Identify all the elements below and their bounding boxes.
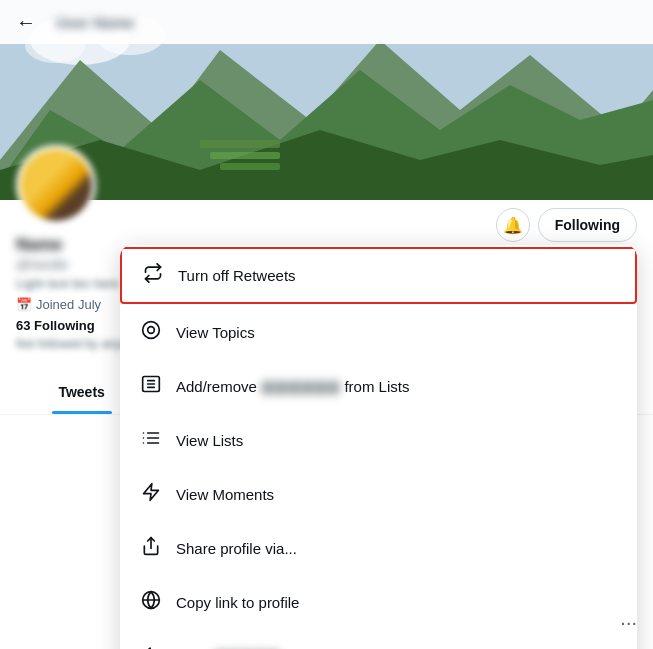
menu-item-label: Add/remove @@@@@@ from Lists [176, 378, 409, 395]
copy-link-icon [140, 590, 162, 615]
avatar-image [20, 149, 92, 221]
svg-marker-22 [144, 484, 159, 501]
header: ← User Name [0, 0, 653, 44]
back-button[interactable]: ← [16, 11, 36, 34]
svg-rect-7 [200, 140, 280, 148]
svg-rect-8 [210, 152, 280, 159]
menu-item-view-lists[interactable]: View Lists [120, 414, 637, 468]
menu-item-label: Copy link to profile [176, 594, 299, 611]
mute-icon [140, 644, 162, 649]
menu-item-label: Share profile via... [176, 540, 297, 557]
bell-icon: 🔔 [503, 216, 523, 235]
following-button[interactable]: Following [538, 208, 637, 242]
svg-point-10 [143, 322, 160, 339]
menu-item-turn-off-retweets[interactable]: Turn off Retweets [120, 247, 637, 304]
menu-item-label: View Topics [176, 324, 255, 341]
moments-icon [140, 482, 162, 507]
menu-item-label: View Moments [176, 486, 274, 503]
menu-item-add-remove-lists[interactable]: Add/remove @@@@@@ from Lists [120, 360, 637, 414]
menu-item-label: View Lists [176, 432, 243, 449]
header-username: User Name [56, 14, 134, 31]
profile-action-bar: 🔔 Following [496, 200, 637, 242]
retweet-icon [142, 263, 164, 288]
menu-item-mute[interactable]: Mute @@@@@ [120, 630, 637, 649]
avatar [16, 145, 96, 225]
join-date: Joined July [36, 297, 101, 312]
calendar-icon: 📅 [16, 297, 32, 312]
menu-item-share-profile[interactable]: Share profile via... [120, 522, 637, 576]
notification-button[interactable]: 🔔 [496, 208, 530, 242]
context-menu: Turn off Retweets View Topics Add/remove… [120, 245, 637, 649]
svg-point-11 [148, 327, 155, 334]
topics-icon [140, 320, 162, 345]
menu-item-label: Turn off Retweets [178, 267, 296, 284]
menu-item-view-moments[interactable]: View Moments [120, 468, 637, 522]
list-add-icon [140, 374, 162, 399]
more-options-button[interactable]: ··· [620, 611, 637, 634]
menu-item-view-topics[interactable]: View Topics [120, 306, 637, 360]
share-icon [140, 536, 162, 561]
view-list-icon [140, 428, 162, 453]
menu-item-copy-link[interactable]: Copy link to profile [120, 576, 637, 630]
svg-rect-9 [220, 163, 280, 170]
